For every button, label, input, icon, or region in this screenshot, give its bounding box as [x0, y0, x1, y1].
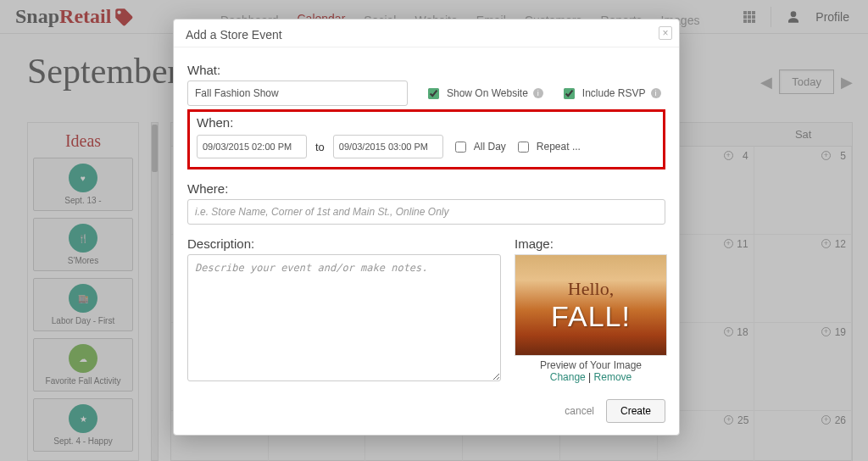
image-label: Image:	[515, 236, 667, 251]
where-label: Where:	[187, 181, 665, 196]
modal-body: What: Show On Websitei Include RSVPi Whe…	[174, 47, 679, 435]
modal-footer: cancel Create	[187, 399, 665, 423]
image-caption: Preview of Your Image	[515, 359, 667, 371]
image-preview-text: Hello, FALL!	[515, 255, 666, 355]
cancel-button[interactable]: cancel	[565, 405, 594, 417]
image-links: Change | Remove	[515, 371, 667, 383]
link-separator: |	[586, 371, 594, 383]
change-image-link[interactable]: Change	[550, 371, 586, 383]
all-day-label: All Day	[474, 141, 506, 153]
include-rsvp-checkbox[interactable]: Include RSVPi	[560, 86, 661, 102]
event-name-input[interactable]	[187, 81, 408, 106]
what-row: Show On Websitei Include RSVPi	[187, 81, 665, 106]
description-col: Description:	[187, 236, 501, 384]
modal-title: Add a Store Event	[186, 28, 282, 42]
image-preview[interactable]: Hello, FALL!	[515, 254, 667, 356]
description-textarea[interactable]	[187, 254, 501, 381]
include-rsvp-label: Include RSVP	[582, 87, 646, 99]
desc-image-row: Description: Image: Hello, FALL! Preview…	[187, 236, 665, 384]
where-input[interactable]	[187, 199, 665, 225]
repeat-checkbox[interactable]: Repeat ...	[515, 139, 581, 155]
include-rsvp-input[interactable]	[564, 88, 575, 99]
to-label: to	[315, 141, 325, 153]
what-label: What:	[187, 63, 665, 77]
when-row: to All Day Repeat ...	[197, 135, 656, 158]
image-hello-text: Hello,	[568, 278, 614, 300]
create-button[interactable]: Create	[606, 399, 665, 423]
when-label: When:	[197, 115, 656, 130]
add-event-modal: Add a Store Event × What: Show On Websit…	[173, 19, 680, 436]
description-label: Description:	[187, 236, 501, 251]
all-day-checkbox[interactable]: All Day	[452, 139, 506, 155]
modal-header: Add a Store Event ×	[174, 19, 679, 47]
show-on-website-input[interactable]	[428, 88, 439, 99]
remove-image-link[interactable]: Remove	[594, 371, 632, 383]
repeat-label: Repeat ...	[537, 141, 581, 153]
info-icon[interactable]: i	[533, 88, 543, 98]
when-highlight-box: When: to All Day Repeat ...	[187, 109, 665, 169]
info-icon[interactable]: i	[651, 88, 661, 98]
show-on-website-label: Show On Website	[447, 87, 528, 99]
image-fall-text: FALL!	[551, 300, 631, 333]
close-icon[interactable]: ×	[659, 26, 672, 40]
show-on-website-checkbox[interactable]: Show On Websitei	[425, 86, 543, 102]
image-col: Image: Hello, FALL! Preview of Your Imag…	[515, 236, 667, 384]
start-datetime-input[interactable]	[197, 135, 307, 158]
repeat-input[interactable]	[518, 142, 529, 153]
end-datetime-input[interactable]	[333, 135, 443, 158]
all-day-input[interactable]	[455, 142, 466, 153]
